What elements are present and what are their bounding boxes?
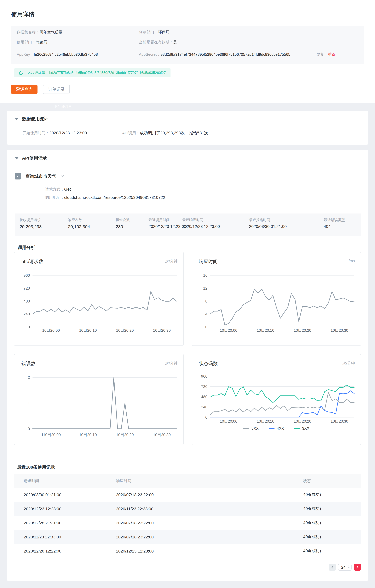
dataset-info-panel: 数据集名称：历年空气质量 创建部门：环保局 使用部门：气象局 当前是否在有效期：… [11,26,364,64]
errors-line-chart: 012110日20:0010日20:1010日20:2010日20:30 [19,372,179,442]
legend-item-5XX[interactable]: 5XX [243,426,259,430]
y-axis-tick-label: 960 [24,273,30,278]
y-axis-tick-label: 8 [205,299,207,303]
legend-item-3XX[interactable]: 3XX [294,426,309,430]
table-header-row: 请求时间 响应时间 状态 [14,474,361,488]
table-cell: 2020/11/23 22:33:00 [24,535,61,539]
appkey-field: AppKey：fe26c28c94fc2b46eb5bb30dfa375458 [17,52,98,57]
stepper-arrows[interactable] [348,565,350,568]
order-record-button[interactable]: 订单记录 [43,85,70,94]
stat-value: 230 [116,224,123,229]
query-row[interactable]: >_ 查询城市市天气 [15,173,64,179]
chart-line-http请求数 [32,292,177,314]
y-axis-tick-label: 0 [205,415,207,420]
table-cell: 2020/03/30 01:21:00 [24,492,61,497]
table-cell: 404(成功) [303,506,321,512]
legend-label: 5XX [251,426,259,430]
stat-label: 接收调用请求 [20,218,41,223]
collapse-triangle-icon [15,157,19,159]
usage-stats-title: 数据使用统计 [22,116,48,122]
trace-query-button[interactable]: 溯源查询 [11,85,38,94]
stepper-up-icon[interactable] [348,565,350,566]
usage-stats-section-toggle[interactable]: 数据使用统计 [15,116,48,122]
x-axis-tick-label: 110日20:00 [41,432,61,437]
x-axis-tick-label: 10日20:30 [153,432,171,437]
next-page-button[interactable] [354,564,361,571]
y-axis-tick-label: 240 [201,405,207,409]
pagination [7,564,361,571]
x-axis-tick-label: 10日20:10 [257,419,274,423]
stat-value: 20,102,304 [68,224,90,229]
x-axis-tick-label: 10日20:10 [257,328,274,333]
blockchain-label: 区块链标识 [28,70,45,75]
stat-value: 20,293,293 [20,224,42,229]
table-cell: 404(成功) [303,520,321,525]
y-axis-tick-label: 720 [24,286,30,291]
table-cell: 2020/07/18 23:22:00 [116,521,154,525]
chart-title: http请求数 [21,259,43,265]
copy-hash-icon[interactable] [19,71,23,75]
y-axis-tick-label: 2 [28,375,30,380]
x-axis-tick-label: 10日20:10 [79,432,97,437]
api-record-title: API使用记录 [22,156,47,161]
y-axis-tick-label: 1 [28,401,30,405]
chart-card-http-requests: http请求数 次/分钟 024048072096010日20:0010日20:… [14,252,184,346]
stepper-down-icon[interactable] [348,567,350,568]
stat-label: 报错次数 [116,218,130,223]
http-requests-line-chart: 024048072096010日20:0010日20:1010日20:2010日… [19,270,179,334]
copy-link[interactable]: 复制 [317,52,324,57]
start-time-field: 开始使用时间：2020/12/23 12:23:00 [22,130,87,136]
reset-link[interactable]: 重置 [328,52,335,57]
dataset-name-label: 数据集名称： [17,30,40,34]
table-cell: 2020/07/18 23:22:00 [116,492,154,497]
table-cell: 2020/12/28 21:31:00 [24,521,61,525]
table-cell: 2020/12/23 12:23:00 [24,506,61,511]
response-time-line-chart: 048121610日20:0010日20:1010日20:2010日20:30 [197,270,356,334]
call-stats-panel: 接收调用请求20,293,293响应次数20,102,304报错次数230最近调… [15,213,361,236]
chart-unit: 次/分钟 [165,259,178,264]
table-row: 2020/11/23 22:33:002020/07/18 23:22:0040… [14,530,361,544]
watermark-text: F15B1E [55,104,72,109]
chart-line-4XX [210,391,354,417]
y-axis-tick-label: 240 [24,312,30,316]
terminal-icon: >_ [15,173,21,179]
collapse-triangle-icon [15,118,19,120]
y-axis-tick-label: 0 [205,325,207,329]
prev-page-button[interactable] [329,564,336,571]
y-axis-tick-label: 0 [28,325,30,329]
x-axis-tick-label: 10日20:20 [294,419,311,423]
call-address-field: 调用地址：cloudchain.rocktl.com/resource/1252… [45,195,165,200]
chevron-down-icon[interactable] [61,175,64,178]
table-row: 2020/12/23 12:23:002020/11/23 22:33:0040… [14,502,361,516]
usage-stats-card: 数据使用统计 开始使用时间：2020/12/23 12:23:00 API调用：… [7,111,368,145]
x-axis-tick-label: 10日20:20 [116,328,134,333]
chart-line-3XX [210,385,354,403]
legend-item-4XX[interactable]: 4XX [269,426,284,430]
x-axis-tick-label: 10日20:00 [220,328,237,333]
table-row: 2020/12/28 12:22:002020/12/23 12:23:0040… [14,544,361,558]
y-axis-tick-label: 480 [201,395,207,399]
table-cell: 2020/11/23 22:33:00 [116,506,153,511]
blockchain-hash: bd2a7757fe8c3efc65ec2f08a3f84550f72d13be… [49,71,166,75]
analysis-title: 调用分析 [18,245,35,251]
user-dept-field: 使用部门：气象局 [17,40,47,45]
stat-label: 最近报错时间 [249,218,270,223]
table-cell: 404(成功) [303,534,321,540]
chart-card-status-codes: 状态码数 次/分钟 024048072096010日20:0010日20:101… [192,354,361,445]
y-axis-tick-label: 12 [203,286,207,291]
chart-legend: 5XX4XX3XX [197,426,356,430]
table-cell: 404(成功) [303,492,321,497]
x-axis-tick-label: 10日20:30 [331,328,348,333]
legend-swatch [294,428,300,429]
chart-card-response-time: 响应时间 /ms 048121610日20:0010日20:1010日20:20… [192,252,361,346]
page-title: 使用详情 [11,10,35,19]
query-name: 查询城市市天气 [25,173,56,179]
stat-value: 2020/12/23 12:23:00 [182,224,220,229]
y-axis-tick-label: 720 [201,384,207,389]
api-record-section-toggle[interactable]: API使用记录 [15,156,47,161]
creator-dept-field: 创建部门：环保局 [139,30,169,35]
dataset-name-field: 数据集名称：历年空气质量 [17,30,62,35]
x-axis-tick-label: 10日20:00 [42,328,60,333]
col-request-time: 请求时间 [24,478,39,483]
recent-records-title: 最近100条使用记录 [17,464,55,470]
